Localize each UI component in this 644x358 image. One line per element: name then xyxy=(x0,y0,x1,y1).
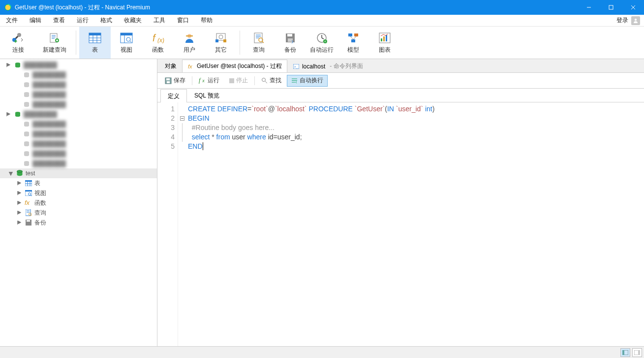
connection-item[interactable]: ████████ xyxy=(0,99,157,109)
tree-views[interactable]: ⯈视图 xyxy=(0,188,157,198)
auto-run-icon xyxy=(315,31,329,45)
menu-工具[interactable]: 工具 xyxy=(148,15,171,26)
connection-item[interactable]: ⯈████████ xyxy=(0,60,157,70)
menu-查看[interactable]: 查看 xyxy=(47,15,71,26)
connection-item[interactable]: ████████ xyxy=(0,90,157,99)
tab-cmd[interactable]: >_localhost - 命令列界面 xyxy=(287,60,368,72)
svg-text:fx: fx xyxy=(25,199,30,206)
ribbon-model[interactable]: 模型 xyxy=(337,27,369,59)
ribbon-user[interactable]: 用户 xyxy=(174,27,205,59)
connection-item[interactable]: ████████ xyxy=(0,70,157,80)
tab-label: GetUser @test (localhost) - 过程 xyxy=(197,62,282,70)
layout-left-button[interactable] xyxy=(620,348,630,357)
tree-tables[interactable]: ⯈表 xyxy=(0,178,157,188)
ribbon-auto-run[interactable]: 自动运行 xyxy=(306,27,337,59)
db-label: test xyxy=(26,170,35,177)
close-button[interactable] xyxy=(622,0,644,15)
tab-label: 对象 xyxy=(165,62,177,70)
tree-label: 视图 xyxy=(34,189,46,197)
connection-item[interactable]: ████████ xyxy=(0,129,157,139)
svg-point-116 xyxy=(262,78,265,82)
chevron-right-icon[interactable]: ⯈ xyxy=(17,200,23,206)
code-editor[interactable]: 12345 CREATE DEFINER=`root`@`localhost` … xyxy=(157,102,644,346)
ribbon-label: 其它 xyxy=(215,46,227,54)
query-icon xyxy=(252,31,266,45)
svg-point-74 xyxy=(15,115,20,117)
chevron-right-icon[interactable]: ⯈ xyxy=(17,210,23,216)
main: ⯈███████████████████████████████████████… xyxy=(0,59,644,346)
svg-rect-113 xyxy=(166,78,170,80)
svg-rect-48 xyxy=(348,33,352,36)
tree-functions[interactable]: ⯈fx函数 xyxy=(0,198,157,208)
layout-right-button[interactable] xyxy=(632,348,642,357)
svg-text:fx: fx xyxy=(188,64,192,69)
ribbon-query[interactable]: 查询 xyxy=(243,27,275,59)
menu-格式[interactable]: 格式 xyxy=(94,15,118,26)
run-button[interactable]: fx运行 xyxy=(194,75,224,87)
login-link[interactable]: 登录 xyxy=(613,15,644,26)
window-title: GetUser @test (localhost) - 过程 - Navicat… xyxy=(15,3,150,12)
tab-label: localhost xyxy=(302,63,325,70)
ribbon-view[interactable]: 视图 xyxy=(111,27,142,59)
chevron-down-icon[interactable]: ⯆ xyxy=(8,171,14,176)
find-button[interactable]: 查找 xyxy=(257,75,286,87)
menu-帮助[interactable]: 帮助 xyxy=(195,15,218,26)
connection-item[interactable]: ████████ xyxy=(0,159,157,168)
ribbon-chart[interactable]: 图表 xyxy=(369,27,400,59)
ribbon-label: 函数 xyxy=(152,46,164,54)
connection-item[interactable]: ████████ xyxy=(0,80,157,90)
svg-point-80 xyxy=(24,134,29,136)
db-test[interactable]: ⯆test xyxy=(0,168,157,178)
editor-subtabs: 定义SQL 预览 xyxy=(157,89,644,102)
subtab-SQL 预览[interactable]: SQL 预览 xyxy=(187,89,227,102)
svg-point-5 xyxy=(635,18,637,20)
minimize-button[interactable] xyxy=(578,0,600,15)
stop-button: 停止 xyxy=(225,75,252,87)
tree-label: 表 xyxy=(34,179,40,188)
connection-item[interactable]: ████████ xyxy=(0,139,157,149)
menu-收藏夹[interactable]: 收藏夹 xyxy=(118,15,148,26)
svg-point-89 xyxy=(24,164,29,166)
svg-rect-56 xyxy=(386,35,387,41)
menu-运行[interactable]: 运行 xyxy=(71,15,94,26)
ribbon-table[interactable]: 表 xyxy=(79,27,111,59)
fx-icon: fx xyxy=(25,199,32,207)
tree-queries[interactable]: ⯈查询 xyxy=(0,208,157,218)
view-icon xyxy=(25,189,32,197)
connect-icon xyxy=(11,31,25,45)
svg-point-65 xyxy=(24,85,29,87)
svg-rect-24 xyxy=(121,33,132,35)
connection-item[interactable]: ████████ xyxy=(0,149,157,159)
fold-column[interactable] xyxy=(178,102,186,346)
svg-rect-126 xyxy=(622,350,624,355)
connection-item[interactable]: ████████ xyxy=(0,119,157,129)
ribbon-backup[interactable]: 备份 xyxy=(275,27,306,59)
database-icon xyxy=(16,169,24,177)
svg-text:>_: >_ xyxy=(294,65,298,68)
ribbon-new-query[interactable]: 新建查询 xyxy=(36,27,73,59)
ribbon: 连接新建查询表视图f(x)函数用户其它查询备份自动运行模型图表 xyxy=(0,27,644,59)
menu-窗口[interactable]: 窗口 xyxy=(171,15,195,26)
wrap-button[interactable]: 自动换行 xyxy=(287,75,328,87)
tree-backups[interactable]: ⯈备份 xyxy=(0,218,157,228)
chevron-right-icon[interactable]: ⯈ xyxy=(17,191,23,196)
chevron-right-icon[interactable]: ⯈ xyxy=(17,181,23,186)
menu-文件[interactable]: 文件 xyxy=(0,15,24,26)
sidebar[interactable]: ⯈███████████████████████████████████████… xyxy=(0,59,157,346)
svg-line-52 xyxy=(353,36,356,39)
tab-sublabel: - 命令列界面 xyxy=(330,62,363,70)
code-area[interactable]: CREATE DEFINER=`root`@`localhost` PROCED… xyxy=(186,102,644,346)
ribbon-label: 表 xyxy=(92,46,98,54)
svg-text:(x): (x) xyxy=(157,37,164,43)
menu-编辑[interactable]: 编辑 xyxy=(24,15,47,26)
connection-item[interactable]: ⯈████████ xyxy=(0,109,157,119)
ribbon-other[interactable]: 其它 xyxy=(205,27,237,59)
ribbon-connect[interactable]: 连接 xyxy=(0,27,36,59)
maximize-button[interactable] xyxy=(600,0,622,15)
subtab-定义[interactable]: 定义 xyxy=(160,89,187,102)
chevron-right-icon[interactable]: ⯈ xyxy=(17,220,23,226)
tab-objects[interactable]: 对象 xyxy=(159,60,182,72)
tab-proc[interactable]: fxGetUser @test (localhost) - 过程 xyxy=(182,60,287,72)
ribbon-function[interactable]: f(x)函数 xyxy=(142,27,174,59)
save-button[interactable]: 保存 xyxy=(160,75,190,87)
